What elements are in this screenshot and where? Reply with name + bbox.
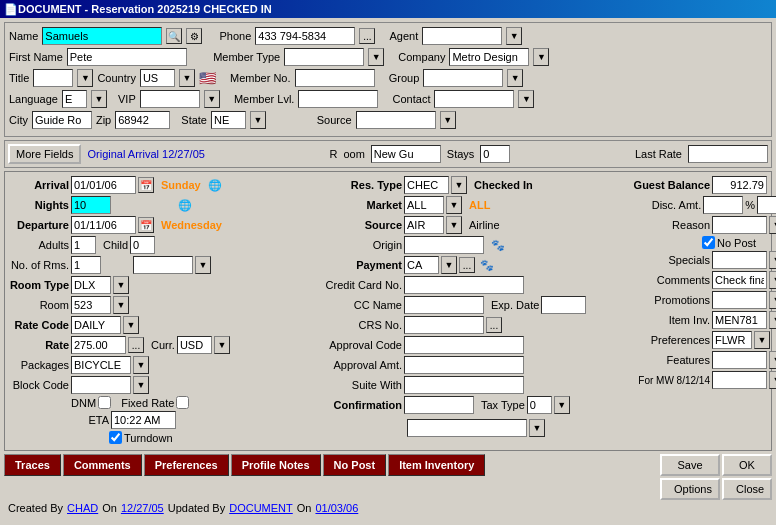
language-input[interactable] [62, 90, 87, 108]
close-btn[interactable]: Close [722, 478, 772, 500]
source-input[interactable] [356, 111, 436, 129]
specials-dropdown[interactable]: ▼ [769, 251, 776, 269]
preferences-input[interactable] [712, 331, 752, 349]
payment-dropdown[interactable]: ▼ [441, 256, 457, 274]
updated-by-value[interactable]: DOCUMENT [229, 502, 293, 514]
for-mw-dropdown[interactable]: ▼ [769, 371, 776, 389]
dnm-checkbox[interactable] [98, 396, 111, 409]
country-input[interactable] [140, 69, 175, 87]
contact-input[interactable] [434, 90, 514, 108]
no-rms-input[interactable] [71, 256, 101, 274]
cc-name-input[interactable] [404, 296, 484, 314]
arrival-input[interactable] [71, 176, 136, 194]
options-btn[interactable]: Options [660, 478, 720, 500]
extra-mid-dropdown[interactable]: ▼ [529, 419, 545, 437]
rate-code-input[interactable] [71, 316, 121, 334]
tab-profile-notes[interactable]: Profile Notes [231, 454, 321, 476]
departure-input[interactable] [71, 216, 136, 234]
company-dropdown[interactable]: ▼ [533, 48, 549, 66]
eta-input[interactable] [111, 411, 176, 429]
features-input[interactable] [712, 351, 767, 369]
for-mw-input[interactable] [712, 371, 767, 389]
item-inv-dropdown[interactable]: ▼ [769, 311, 776, 329]
contact-dropdown[interactable]: ▼ [518, 90, 534, 108]
tax-type-dropdown[interactable]: ▼ [554, 396, 570, 414]
member-type-input[interactable] [284, 48, 364, 66]
company-input[interactable] [449, 48, 529, 66]
curr-dropdown[interactable]: ▼ [214, 336, 230, 354]
room-number-input[interactable] [71, 296, 111, 314]
language-dropdown[interactable]: ▼ [91, 90, 107, 108]
reason-input[interactable] [712, 216, 767, 234]
crs-no-input[interactable] [404, 316, 484, 334]
exp-date-input[interactable] [541, 296, 586, 314]
source-dropdown[interactable]: ▼ [440, 111, 456, 129]
guest-balance-input[interactable] [712, 176, 767, 194]
fixed-rate-checkbox[interactable] [176, 396, 189, 409]
zip-input[interactable] [115, 111, 170, 129]
vip-dropdown[interactable]: ▼ [204, 90, 220, 108]
nights-input[interactable] [71, 196, 111, 214]
promotions-input[interactable] [712, 291, 767, 309]
item-inv-input[interactable] [712, 311, 767, 329]
approval-code-input[interactable] [404, 336, 524, 354]
ok-btn[interactable]: OK [722, 454, 772, 476]
payment-input[interactable] [404, 256, 439, 274]
room-input[interactable] [371, 145, 441, 163]
comments-input[interactable] [712, 271, 767, 289]
extra-input[interactable] [133, 256, 193, 274]
crs-btn[interactable]: ... [486, 317, 502, 333]
mid-source-dropdown[interactable]: ▼ [446, 216, 462, 234]
tax-type-input[interactable] [527, 396, 552, 414]
name-input[interactable] [42, 27, 162, 45]
name-search-btn[interactable]: 🔍 [166, 28, 182, 44]
country-dropdown[interactable]: ▼ [179, 69, 195, 87]
disc-amt-input[interactable] [703, 196, 743, 214]
name-settings-btn[interactable]: ⚙ [186, 28, 202, 44]
market-dropdown[interactable]: ▼ [446, 196, 462, 214]
extra-dropdown[interactable]: ▼ [195, 256, 211, 274]
first-name-input[interactable] [67, 48, 187, 66]
rate-btn[interactable]: ... [128, 337, 144, 353]
state-input[interactable] [211, 111, 246, 129]
child-input[interactable] [130, 236, 155, 254]
title-input[interactable] [33, 69, 73, 87]
group-input[interactable] [423, 69, 503, 87]
phone-btn[interactable]: ... [359, 28, 375, 44]
state-dropdown[interactable]: ▼ [250, 111, 266, 129]
member-no-input[interactable] [295, 69, 375, 87]
disc-pct-input[interactable] [757, 196, 776, 214]
packages-dropdown[interactable]: ▼ [133, 356, 149, 374]
comments-dropdown[interactable]: ▼ [769, 271, 776, 289]
tab-item-inventory[interactable]: Item Inventory [388, 454, 485, 476]
block-code-dropdown[interactable]: ▼ [133, 376, 149, 394]
suite-with-input[interactable] [404, 376, 524, 394]
group-dropdown[interactable]: ▼ [507, 69, 523, 87]
rate-code-dropdown[interactable]: ▼ [123, 316, 139, 334]
vip-input[interactable] [140, 90, 200, 108]
market-input[interactable] [404, 196, 444, 214]
tab-traces[interactable]: Traces [4, 454, 61, 476]
agent-input[interactable] [422, 27, 502, 45]
city-input[interactable] [32, 111, 92, 129]
preferences-dropdown[interactable]: ▼ [754, 331, 770, 349]
reason-dropdown[interactable]: ▼ [769, 216, 776, 234]
res-type-dropdown[interactable]: ▼ [451, 176, 467, 194]
confirmation-input[interactable] [404, 396, 474, 414]
agent-dropdown[interactable]: ▼ [506, 27, 522, 45]
payment-btn[interactable]: ... [459, 257, 475, 273]
more-fields-btn[interactable]: More Fields [8, 144, 81, 164]
turndown-checkbox[interactable] [109, 431, 122, 444]
member-type-dropdown[interactable]: ▼ [368, 48, 384, 66]
stays-input[interactable] [480, 145, 510, 163]
departure-cal-btn[interactable]: 📅 [138, 217, 154, 233]
save-btn[interactable]: Save [660, 454, 720, 476]
features-dropdown[interactable]: ▼ [769, 351, 776, 369]
credit-card-input[interactable] [404, 276, 524, 294]
res-type-input[interactable] [404, 176, 449, 194]
specials-input[interactable] [712, 251, 767, 269]
arrival-cal-btn[interactable]: 📅 [138, 177, 154, 193]
packages-input[interactable] [71, 356, 131, 374]
title-dropdown[interactable]: ▼ [77, 69, 93, 87]
member-lvl-input[interactable] [298, 90, 378, 108]
